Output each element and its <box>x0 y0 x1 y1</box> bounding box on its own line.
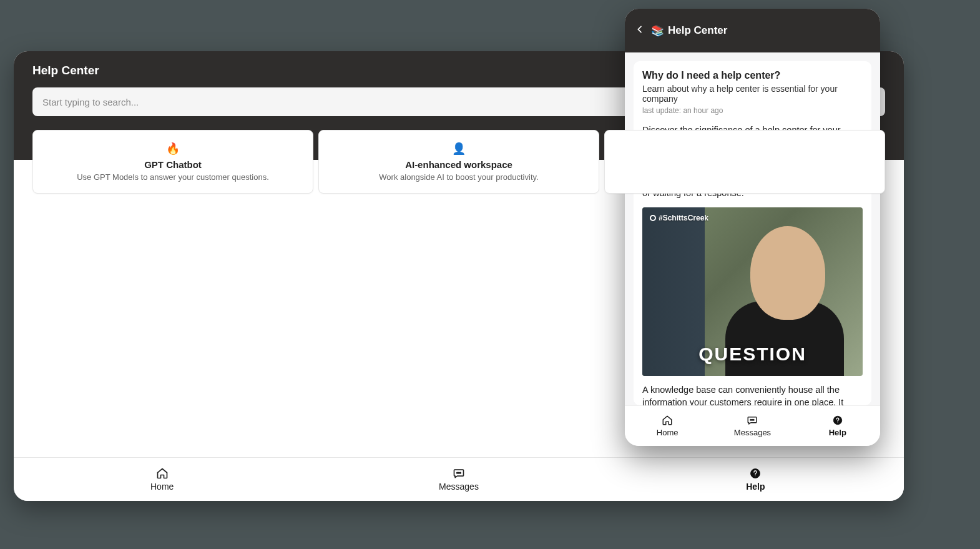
nav-label: Messages <box>439 482 479 492</box>
article-image: #SchittsCreek QUESTION <box>642 207 863 376</box>
collection-card[interactable] <box>604 130 885 194</box>
chat-icon <box>453 467 465 480</box>
panel-nav-messages[interactable]: Messages <box>710 406 795 446</box>
panel-body: Why do I need a help center? Learn about… <box>625 52 880 405</box>
svg-point-6 <box>755 475 756 477</box>
nav-label: Messages <box>734 428 771 437</box>
article-paragraph: A knowledge base can conveniently house … <box>642 383 863 405</box>
image-caption: QUESTION <box>642 344 863 365</box>
nav-home[interactable]: Home <box>14 458 310 501</box>
svg-point-9 <box>753 420 755 421</box>
svg-point-8 <box>752 420 753 421</box>
nav-label: Help <box>829 428 846 437</box>
fire-icon: 🔥 <box>46 142 300 156</box>
article-updated: last update: an hour ago <box>642 106 863 115</box>
panel-title-text: Help Center <box>668 24 727 37</box>
home-icon <box>156 467 169 480</box>
books-icon: 📚 <box>651 24 664 37</box>
nav-label: Help <box>746 482 765 492</box>
help-article-panel: 📚 Help Center Why do I need a help cente… <box>625 9 880 446</box>
nav-label: Home <box>657 428 679 437</box>
image-watermark: #SchittsCreek <box>650 214 708 222</box>
card-desc: Use GPT Models to answer your customer q… <box>46 172 300 182</box>
back-button[interactable] <box>635 24 645 37</box>
card-title: AI-enhanced workspace <box>331 159 586 170</box>
card-desc: Work alongside AI to boost your producti… <box>331 172 586 182</box>
article-title: Why do I need a help center? <box>642 70 863 81</box>
panel-nav-help[interactable]: Help <box>795 406 880 446</box>
article-card: Why do I need a help center? Learn about… <box>634 61 871 405</box>
main-body: 🔥 GPT Chatbot Use GPT Models to answer y… <box>14 130 904 194</box>
main-bottom-nav: Home Messages Help <box>14 457 904 501</box>
home-icon <box>662 415 673 426</box>
collection-card[interactable]: 🔥 GPT Chatbot Use GPT Models to answer y… <box>32 130 313 194</box>
panel-header: 📚 Help Center <box>625 9 880 52</box>
card-title: GPT Chatbot <box>46 159 300 170</box>
help-icon <box>832 415 843 426</box>
svg-point-11 <box>837 422 838 423</box>
panel-bottom-nav: Home Messages Help <box>625 405 880 446</box>
svg-point-4 <box>460 472 461 473</box>
chevron-left-icon <box>635 24 645 34</box>
chat-icon <box>747 415 758 426</box>
nav-help[interactable]: Help <box>607 458 904 501</box>
nav-messages[interactable]: Messages <box>310 458 607 501</box>
person-icon: 👤 <box>331 142 586 156</box>
article-subtitle: Learn about why a help center is essenti… <box>642 84 863 104</box>
svg-point-2 <box>457 472 458 473</box>
collection-card[interactable]: 👤 AI-enhanced workspace Work alongside A… <box>318 130 599 194</box>
help-icon <box>749 467 762 480</box>
nav-label: Home <box>150 482 174 492</box>
panel-nav-home[interactable]: Home <box>625 406 710 446</box>
svg-point-3 <box>458 472 459 473</box>
collection-cards: 🔥 GPT Chatbot Use GPT Models to answer y… <box>14 130 904 194</box>
svg-point-7 <box>750 420 752 421</box>
